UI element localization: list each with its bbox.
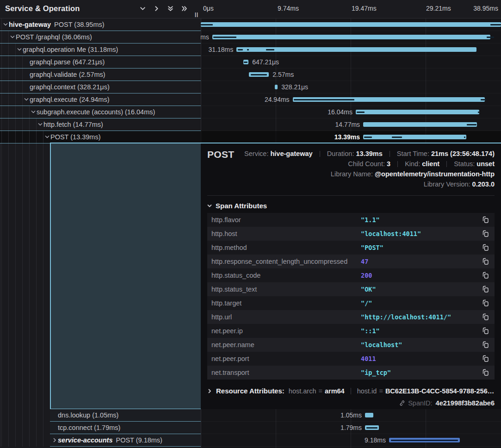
attribute-key: net.transport: [211, 369, 249, 376]
child-span-marker: [201, 24, 213, 25]
child-span-marker: [244, 62, 247, 63]
span-id-label: SpanID:: [408, 399, 432, 407]
span-row[interactable]: graphql.execute (24.94ms)24.94ms: [0, 93, 501, 106]
span-row-label[interactable]: graphql.parse (647.21μs): [0, 56, 201, 68]
child-span-marker: [251, 74, 267, 75]
chevron-down-icon[interactable]: [9, 35, 16, 39]
span-bar[interactable]: [356, 110, 479, 114]
chevron-right-icon[interactable]: [51, 438, 58, 442]
copy-icon[interactable]: [482, 216, 490, 224]
span-row-label[interactable]: graphql.execute (24.94ms): [0, 93, 201, 106]
span-row-label[interactable]: hive-gatewayPOST (38.95ms): [0, 19, 201, 31]
double-chevron-down-icon[interactable]: [167, 5, 174, 12]
span-row-label[interactable]: http.fetch (14.77ms): [0, 118, 201, 131]
span-attributes-title: Span Attributes: [216, 202, 267, 210]
span-timeline-cell[interactable]: 647.21μs: [201, 56, 501, 68]
span-row-label[interactable]: dns.lookup (1.05ms): [50, 409, 201, 422]
span-row[interactable]: graphql.validate (2.57ms)2.57ms: [0, 68, 501, 81]
span-timeline-cell[interactable]: 16.04ms: [201, 106, 501, 118]
detail-accent-line: [50, 143, 501, 143]
chevron-down-icon[interactable]: [2, 22, 9, 27]
child-span-marker: [391, 440, 458, 441]
equals-sign: =: [318, 387, 322, 395]
span-timeline-cell[interactable]: 24.94ms: [201, 93, 501, 106]
span-row-label[interactable]: service-accountsPOST (9.18ms): [50, 434, 201, 447]
child-span-marker: [247, 49, 249, 50]
span-name: hive-gatewayPOST (38.95ms): [9, 21, 105, 28]
span-timeline-cell[interactable]: 14.77ms: [201, 118, 501, 131]
child-span-marker: [364, 137, 372, 138]
copy-icon[interactable]: [482, 327, 490, 335]
copy-icon[interactable]: [482, 230, 490, 238]
copy-icon[interactable]: [482, 243, 490, 252]
copy-icon[interactable]: [482, 355, 490, 363]
span-row[interactable]: dns.lookup (1.05ms)1.05ms: [0, 409, 501, 422]
span-bar[interactable]: [363, 135, 466, 139]
chevron-down-icon[interactable]: [37, 122, 43, 127]
span-row[interactable]: graphql.operation Me (31.18ms)31.18ms: [0, 44, 501, 56]
span-bar[interactable]: [201, 22, 501, 27]
span-row[interactable]: tcp.connect (1.79ms)1.79ms: [0, 422, 501, 434]
span-row[interactable]: service-accountsPOST (9.18ms)9.18ms: [0, 434, 501, 447]
indent-guides: [0, 409, 50, 422]
span-name: subgraph.execute (accounts) (16.04ms): [37, 108, 155, 116]
copy-icon[interactable]: [482, 299, 490, 307]
span-row[interactable]: subgraph.execute (accounts) (16.04ms)16.…: [0, 106, 501, 118]
span-timeline-cell[interactable]: 1.79ms: [201, 422, 501, 434]
span-timeline-cell[interactable]: 36.06ms: [201, 31, 501, 44]
double-chevron-right-icon[interactable]: [180, 5, 188, 12]
child-span-marker: [467, 124, 476, 125]
chevron-down-icon[interactable]: [30, 110, 37, 114]
resource-attr-host-arch: host.arch=arm64: [289, 387, 345, 395]
selected-span-region[interactable]: [50, 143, 201, 409]
resource-key: host.id: [357, 387, 377, 395]
copy-icon[interactable]: [482, 368, 490, 377]
resource-attr-host-id: host.id=BC62E13B-C4CC-5854-9788-256…: [357, 387, 495, 395]
attribute-row: net.peer.name"localhost": [207, 338, 495, 352]
chevron-down-icon[interactable]: [139, 5, 147, 12]
span-name: graphql.validate (2.57ms): [30, 71, 105, 78]
span-timeline-cell[interactable]: 31.18ms: [201, 44, 501, 56]
span-timeline-cell[interactable]: 38.95ms: [201, 19, 501, 31]
span-timeline-cell[interactable]: 2.57ms: [201, 68, 501, 81]
span-bar[interactable]: [212, 35, 490, 39]
attribute-value: 47: [361, 258, 368, 265]
span-row-label[interactable]: tcp.connect (1.79ms): [50, 422, 201, 434]
span-timeline-cell[interactable]: 1.05ms: [201, 409, 501, 422]
copy-icon[interactable]: [482, 257, 490, 266]
span-row[interactable]: graphql.context (328.21μs)328.21μs: [0, 81, 501, 93]
span-bar[interactable]: [365, 413, 373, 417]
span-bar[interactable]: [275, 85, 278, 89]
span-row-label[interactable]: POST (13.39ms): [0, 131, 201, 143]
span-name: tcp.connect (1.79ms): [58, 424, 120, 431]
span-timeline-cell[interactable]: 328.21μs: [201, 81, 501, 93]
chevron-down-icon[interactable]: [23, 97, 30, 102]
span-row[interactable]: POST (13.39ms)13.39ms: [0, 131, 501, 143]
link-icon[interactable]: [398, 400, 405, 406]
copy-icon[interactable]: [482, 285, 490, 293]
span-bar[interactable]: [363, 122, 477, 127]
span-row[interactable]: graphql.parse (647.21μs)647.21μs: [0, 56, 501, 68]
span-row[interactable]: hive-gatewayPOST (38.95ms)38.95ms: [0, 19, 501, 31]
copy-icon[interactable]: [482, 341, 490, 349]
resource-attributes-row[interactable]: Resource Attributes: host.arch=arm64 hos…: [207, 387, 494, 395]
span-row-label[interactable]: graphql.validate (2.57ms): [0, 68, 201, 81]
span-row-label[interactable]: POST /graphql (36.06ms): [0, 31, 201, 44]
span-attributes-toggle[interactable]: Span Attributes: [207, 202, 267, 210]
child-span-marker: [357, 112, 365, 113]
span-row[interactable]: POST /graphql (36.06ms)36.06ms: [0, 31, 501, 44]
span-row[interactable]: http.fetch (14.77ms)14.77ms: [0, 118, 501, 131]
copy-icon[interactable]: [482, 271, 490, 280]
span-timeline-cell[interactable]: 13.39ms: [201, 131, 501, 143]
span-row-label[interactable]: graphql.context (328.21μs): [0, 81, 201, 93]
span-row-label[interactable]: subgraph.execute (accounts) (16.04ms): [0, 106, 201, 118]
span-name: graphql.context (328.21μs): [30, 83, 110, 91]
span-row-label[interactable]: graphql.operation Me (31.18ms): [0, 44, 201, 56]
span-timeline-cell[interactable]: 9.18ms: [201, 434, 501, 447]
chevron-down-icon[interactable]: [16, 47, 23, 52]
divider: [397, 161, 398, 167]
chevron-right-icon[interactable]: [153, 5, 161, 12]
copy-icon[interactable]: [482, 313, 490, 321]
column-resize-handle[interactable]: ||: [195, 12, 198, 17]
chevron-down-icon[interactable]: [43, 135, 50, 139]
